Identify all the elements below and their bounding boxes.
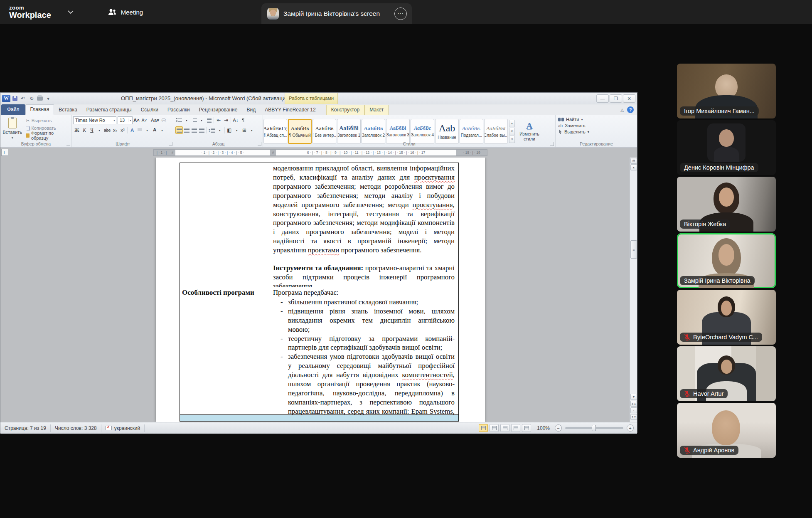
cut-button[interactable]: ✂Вырезать (24, 117, 71, 124)
scrollbar-thumb[interactable] (630, 240, 637, 259)
bold-button[interactable]: Ж (73, 126, 81, 134)
web-layout-view-button[interactable] (500, 424, 509, 432)
language-indicator[interactable]: украинский (101, 424, 145, 432)
multilevel-list-button[interactable] (205, 116, 213, 124)
paragraph-dialog-launcher[interactable] (258, 142, 261, 146)
bullets-button[interactable] (175, 116, 183, 124)
print-layout-view-button[interactable] (479, 424, 488, 432)
numbering-dropdown-icon[interactable]: ▾ (198, 116, 205, 124)
style-item-0[interactable]: АаБбВвГг,¶ Абзац сп... (263, 119, 287, 144)
redo-icon[interactable]: ↻ (28, 96, 35, 101)
bullets-dropdown-icon[interactable]: ▾ (183, 116, 190, 124)
tab-page-layout[interactable]: Разметка страницы (82, 105, 136, 115)
superscript-button[interactable]: х² (119, 126, 126, 134)
participant-tile[interactable]: Денис Коровін Мінцифра (677, 120, 776, 175)
ruler-indent-marker[interactable]: # (170, 150, 175, 155)
participant-tile[interactable]: Андрій Аронов (677, 403, 776, 458)
style-item-5[interactable]: АаБбВіЗаголовок 3 (386, 119, 410, 144)
paste-button[interactable]: Вставить ▾ (2, 116, 22, 141)
minimize-button[interactable]: — (596, 94, 609, 103)
tab-insert[interactable]: Вставка (54, 105, 82, 115)
format-painter-button[interactable]: Формат по образцу (24, 132, 71, 139)
scroll-down-icon[interactable]: ▼ (630, 394, 637, 400)
tab-shared-screen[interactable]: Замрій Ірина Вікторівна's screen ⋯ (261, 3, 412, 24)
tab-file[interactable]: Файл (1, 104, 25, 115)
participant-tile[interactable]: Havor Artur (677, 346, 776, 401)
more-options-button[interactable]: ⋯ (394, 7, 407, 20)
style-item-6[interactable]: АаБбВєЗаголовок 4 (411, 119, 434, 144)
tab-table-design[interactable]: Конструктор (326, 105, 364, 115)
next-page-icon[interactable]: ▼▼ (630, 414, 637, 420)
tab-abbyy[interactable]: ABBYY FineReader 12 (260, 105, 320, 115)
tab-references[interactable]: Ссылки (136, 105, 163, 115)
font-color-button[interactable]: А (151, 126, 158, 134)
participant-tile-active-speaker[interactable]: Замрій Ірина Вікторівна (677, 233, 776, 288)
underline-button[interactable]: Ч (88, 126, 96, 134)
font-name-combo[interactable]: Times New Ro▾ (73, 116, 116, 124)
document-page[interactable]: моделювання прикладної області, виявленн… (156, 158, 485, 422)
strikethrough-button[interactable]: abc (103, 126, 111, 134)
numbering-button[interactable] (190, 116, 198, 124)
horizontal-ruler[interactable]: | · 1 · | # · 1 · | · 2 · | · 3 · | · 4 … (153, 149, 487, 156)
undo-icon[interactable]: ↶ (20, 96, 26, 101)
shrink-font-button[interactable]: А˅ (140, 116, 148, 124)
qat-dropdown-icon[interactable]: ▾ (45, 96, 52, 101)
increase-indent-button[interactable]: ⇥ (222, 116, 230, 124)
style-item-9[interactable]: АаБбВвІСлабое вы... (484, 119, 508, 144)
tab-meeting[interactable]: Meeting (102, 0, 149, 24)
align-left-button[interactable] (175, 126, 183, 134)
tab-stop-selector[interactable]: L (1, 149, 8, 156)
shading-dropdown-icon[interactable]: ▾ (233, 126, 241, 134)
highlight-color-button[interactable] (136, 126, 143, 134)
scroll-up-icon[interactable]: ▲ (630, 164, 637, 170)
replace-button[interactable]: abЗаменить (558, 123, 635, 128)
highlight-dropdown-icon[interactable]: ▾ (143, 126, 151, 134)
participant-tile[interactable]: Ігор Михайлович Гаман... (677, 64, 776, 118)
word-logo-icon[interactable]: W (2, 95, 10, 102)
clear-formatting-icon[interactable]: ㊀ (160, 116, 167, 124)
decrease-indent-button[interactable]: ⇤ (215, 116, 222, 124)
table-cell-label[interactable] (180, 163, 269, 287)
styles-scroll-down-icon[interactable]: ▼ (509, 128, 515, 135)
align-center-button[interactable] (183, 126, 190, 134)
sort-button[interactable]: А↓ (232, 116, 239, 124)
ruler-toggle-icon[interactable]: ▤ (630, 158, 637, 164)
styles-dialog-launcher[interactable] (550, 142, 554, 146)
tab-view[interactable]: Вид (242, 105, 260, 115)
shading-button[interactable]: ◧ (226, 126, 233, 134)
restore-button[interactable]: ❐ (610, 94, 622, 103)
style-item-3[interactable]: АаБбВіЗаголовок 1 (337, 119, 361, 144)
italic-button[interactable]: К (81, 126, 88, 134)
tab-review[interactable]: Рецензирование (194, 105, 242, 115)
outline-view-button[interactable] (511, 424, 520, 432)
previous-page-icon[interactable]: ▲▲ (630, 401, 637, 407)
zoom-slider[interactable] (565, 427, 623, 429)
style-item-1-selected[interactable]: АаБбВв¶ Обычный (288, 119, 312, 144)
participant-tile[interactable]: ByteOrchard Vadym C... (677, 290, 776, 345)
selected-table-row-highlight[interactable] (180, 415, 458, 421)
style-item-7[interactable]: АаbНазвание (435, 119, 459, 144)
chevron-down-icon[interactable] (68, 10, 74, 14)
show-paragraph-marks-button[interactable]: ¶ (239, 116, 247, 124)
help-icon[interactable]: ? (627, 106, 634, 113)
line-spacing-button[interactable]: ↕ (207, 126, 216, 134)
select-browse-object-icon[interactable]: ◦ (630, 407, 637, 413)
justify-button[interactable] (198, 126, 205, 134)
select-button[interactable]: Выделить▾ (558, 129, 635, 134)
clipboard-dialog-launcher[interactable] (66, 142, 70, 146)
font-size-combo[interactable]: 13▾ (118, 116, 133, 124)
participant-tile[interactable]: Вікторія Жебка (677, 177, 776, 232)
fullscreen-reading-view-button[interactable] (490, 424, 499, 432)
zoom-in-button[interactable]: + (627, 424, 634, 432)
line-spacing-dropdown-icon[interactable]: ▾ (216, 126, 224, 134)
style-item-2[interactable]: АаБбВв¶ Без интер... (312, 119, 336, 144)
print-icon[interactable] (37, 96, 43, 101)
underline-dropdown-icon[interactable]: ▾ (96, 126, 103, 134)
text-effects-button[interactable]: А (128, 126, 136, 134)
word-count[interactable]: Число слов: 3 328 (51, 424, 101, 432)
style-item-8[interactable]: АаБбВв.Подзагол... (460, 119, 483, 144)
styles-scroll-up-icon[interactable]: ▲ (509, 120, 515, 127)
borders-button[interactable]: ⊞ (241, 126, 248, 134)
draft-view-button[interactable] (522, 424, 531, 432)
tab-table-layout[interactable]: Макет (364, 105, 389, 115)
